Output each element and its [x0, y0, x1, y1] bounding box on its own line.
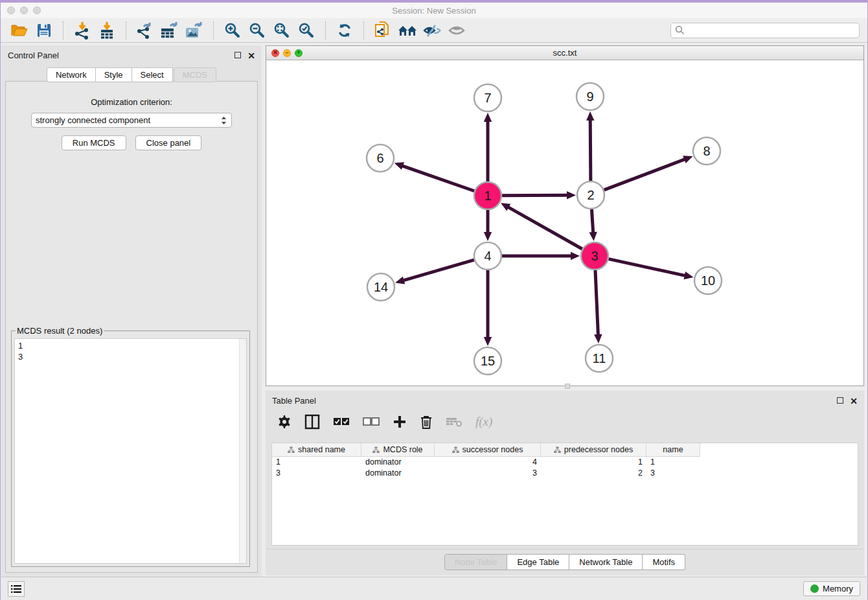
graph-node-10[interactable]: 10 — [694, 267, 722, 294]
arrowhead-2-to-8 — [683, 156, 692, 163]
criterion-select[interactable]: strongly connected component — [31, 113, 232, 128]
edge-2-to-9[interactable] — [590, 119, 591, 181]
column-header-shared-name[interactable]: shared name — [272, 443, 361, 456]
graph-node-7[interactable]: 7 — [474, 84, 501, 111]
save-session-button[interactable] — [33, 21, 55, 40]
tab-motifs[interactable]: Motifs — [643, 554, 685, 570]
task-history-button[interactable] — [8, 581, 25, 597]
arrowhead-1-to-7 — [484, 113, 492, 122]
deselect-all-columns-button[interactable] — [363, 417, 380, 426]
show-all-button[interactable] — [446, 21, 468, 40]
cell-name[interactable]: 1 — [646, 457, 700, 468]
edge-3-to-11[interactable] — [595, 270, 598, 336]
edge-1-to-2[interactable] — [502, 195, 568, 196]
window-resize-handle[interactable] — [565, 384, 570, 389]
cell-MCDS-role[interactable]: dominator — [361, 468, 435, 479]
home-view-button[interactable] — [396, 21, 418, 40]
export-table-button[interactable] — [159, 21, 181, 40]
edge-2-to-8[interactable] — [604, 159, 686, 190]
tab-mcds[interactable]: MCDS — [174, 67, 216, 82]
column-header-successor-nodes[interactable]: successor nodes — [435, 443, 541, 456]
tab-style[interactable]: Style — [96, 67, 132, 82]
delete-table-button[interactable] — [446, 416, 463, 428]
zoom-out-button[interactable] — [246, 21, 268, 40]
column-header-MCDS-role[interactable]: MCDS role — [361, 443, 435, 456]
homes-icon — [397, 23, 418, 38]
edge-3-to-1[interactable] — [507, 207, 582, 249]
edge-4-to-14[interactable] — [403, 260, 474, 281]
cell-MCDS-role[interactable]: dominator — [361, 457, 435, 468]
float-panel-icon[interactable] — [837, 397, 843, 404]
tab-network[interactable]: Network — [47, 67, 96, 82]
graph-node-2[interactable]: 2 — [577, 181, 604, 209]
column-type-icon — [372, 446, 380, 454]
graph-node-4[interactable]: 4 — [474, 242, 501, 270]
refresh-layout-button[interactable] — [334, 21, 356, 40]
table-row[interactable]: 1dominator411 — [272, 457, 700, 468]
float-panel-icon[interactable] — [234, 52, 241, 59]
zoom-selected-button[interactable] — [295, 21, 317, 40]
result-scrollbar[interactable] — [239, 339, 246, 563]
graph-node-1[interactable]: 1 — [474, 182, 501, 209]
edge-1-to-6[interactable] — [402, 166, 474, 191]
svg-text:3: 3 — [591, 249, 598, 263]
split-view-button[interactable] — [304, 414, 320, 430]
tab-edge-table[interactable]: Edge Table — [507, 554, 569, 570]
right-column: ✕ – + scc.txt 7968124314101511 Table Pan… — [266, 45, 864, 577]
graph-node-14[interactable]: 14 — [367, 273, 394, 301]
close-panel-button[interactable]: Close panel — [135, 135, 202, 150]
settings-button[interactable] — [277, 415, 291, 429]
hide-selected-button[interactable] — [421, 21, 443, 40]
memory-button[interactable]: Memory — [803, 581, 860, 596]
table-row[interactable]: 3dominator323 — [272, 468, 700, 479]
zoom-fit-button[interactable] — [271, 21, 293, 40]
import-network-button[interactable] — [71, 21, 93, 40]
cell-name[interactable]: 3 — [646, 468, 700, 479]
select-all-columns-button[interactable] — [333, 417, 350, 426]
search-input[interactable] — [670, 23, 860, 38]
tab-select[interactable]: Select — [132, 67, 173, 82]
close-panel-icon[interactable]: ✕ — [850, 398, 858, 404]
cell-successor-nodes[interactable]: 4 — [435, 457, 541, 468]
import-table-button[interactable] — [96, 21, 118, 40]
export-network-icon — [136, 21, 154, 40]
export-network-button[interactable] — [134, 21, 156, 40]
graph-node-9[interactable]: 9 — [577, 83, 604, 110]
node-table[interactable]: shared nameMCDS rolesuccessor nodesprede… — [271, 443, 858, 546]
edge-3-to-10[interactable] — [608, 259, 685, 276]
tab-network-table[interactable]: Network Table — [569, 554, 643, 570]
column-header-name[interactable]: name — [646, 443, 700, 456]
export-image-button[interactable] — [183, 21, 205, 40]
network-graph[interactable]: 7968124314101511 — [266, 60, 866, 386]
arrowhead-1-to-4 — [484, 232, 492, 241]
tab-node-table[interactable]: Node Table — [444, 554, 508, 570]
graph-node-8[interactable]: 8 — [693, 137, 720, 165]
open-session-button[interactable] — [8, 21, 30, 40]
delete-table-icon — [446, 416, 463, 428]
titlebar: Session: New Session — [1, 3, 867, 18]
toolbar-separator — [126, 21, 126, 40]
cell-shared-name[interactable]: 1 — [272, 457, 361, 468]
graph-node-11[interactable]: 11 — [586, 345, 613, 372]
cell-shared-name[interactable]: 3 — [272, 468, 361, 479]
cell-predecessor-nodes[interactable]: 1 — [541, 457, 646, 468]
network-canvas[interactable]: 7968124314101511 — [266, 60, 863, 386]
run-mcds-button[interactable]: Run MCDS — [62, 135, 126, 150]
delete-column-button[interactable] — [420, 415, 433, 430]
duplicate-network-button[interactable] — [372, 21, 394, 40]
toolbar-separator — [63, 21, 63, 40]
add-column-button[interactable] — [393, 415, 407, 429]
cell-predecessor-nodes[interactable]: 2 — [541, 468, 646, 479]
edge-2-to-3[interactable] — [591, 209, 593, 233]
graph-node-6[interactable]: 6 — [367, 144, 394, 172]
graph-node-3[interactable]: 3 — [581, 242, 608, 270]
mcds-result-text[interactable]: 13 — [14, 338, 247, 564]
optimization-criterion-label: Optimization criterion: — [6, 97, 257, 107]
function-builder-button[interactable]: f(x) — [475, 415, 492, 429]
column-header-predecessor-nodes[interactable]: predecessor nodes — [541, 443, 646, 456]
graph-node-15[interactable]: 15 — [474, 347, 501, 375]
import-table-icon — [98, 21, 115, 40]
zoom-in-button[interactable] — [222, 21, 244, 40]
cell-successor-nodes[interactable]: 3 — [435, 468, 541, 479]
close-panel-icon[interactable]: ✕ — [247, 52, 255, 59]
